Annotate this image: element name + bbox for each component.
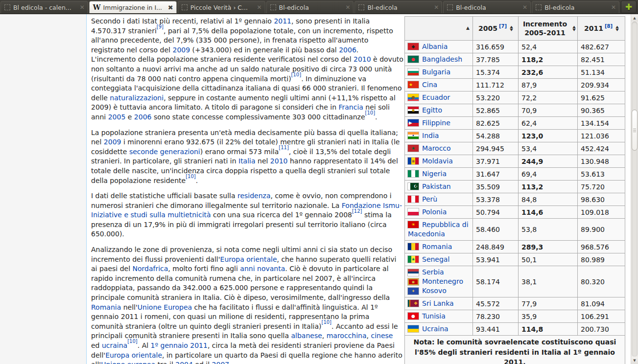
country-link[interactable]: Nigeria bbox=[422, 170, 447, 178]
tab-close-icon[interactable]: ✕ bbox=[80, 4, 85, 11]
reference-link[interactable]: [10] bbox=[365, 110, 376, 115]
tab-close-icon[interactable]: ✕ bbox=[611, 4, 616, 11]
reference-link[interactable]: [11] bbox=[279, 145, 289, 150]
cell-incremento: 114,8 bbox=[519, 323, 578, 336]
country-link[interactable]: Tunisia bbox=[422, 312, 446, 320]
reference-link[interactable]: [10] bbox=[321, 319, 331, 325]
wiki-link[interactable]: naturalizzazioni bbox=[110, 94, 164, 102]
wiki-link[interactable]: Nordafrica bbox=[132, 265, 168, 273]
cell-2005: 111.712 bbox=[473, 79, 519, 91]
country-link[interactable]: Egitto bbox=[422, 106, 442, 114]
wiki-link[interactable]: 2005 bbox=[108, 113, 126, 121]
country-link[interactable]: Ecuador bbox=[422, 93, 450, 101]
country-link[interactable]: India bbox=[422, 132, 439, 139]
country-link[interactable]: Perù bbox=[422, 195, 437, 203]
wiki-link[interactable]: Italia bbox=[238, 157, 256, 165]
country-link[interactable]: Romania bbox=[422, 243, 452, 250]
header-country[interactable]: ▲ bbox=[405, 17, 473, 41]
reference-link[interactable]: [10] bbox=[127, 339, 138, 344]
cell-country: Bulgaria bbox=[405, 66, 473, 79]
tab-close-icon[interactable]: ✕ bbox=[522, 4, 527, 11]
country-link[interactable]: Serbia bbox=[422, 268, 444, 277]
reference-link[interactable]: [9] bbox=[157, 24, 164, 29]
wiki-link[interactable]: Romania bbox=[91, 303, 121, 311]
reference-link[interactable]: [12] bbox=[352, 208, 362, 214]
tab[interactable]: Bl edicola - calen...✕ bbox=[0, 1, 88, 13]
wiki-link[interactable]: 2006 bbox=[339, 46, 356, 54]
country-link[interactable]: Moldavia bbox=[422, 157, 453, 165]
tab-close-icon[interactable]: ✖ bbox=[168, 4, 173, 11]
reference-sup: [10] bbox=[365, 110, 376, 115]
country-link[interactable]: Senegal bbox=[422, 255, 449, 263]
wiki-link[interactable]: 2011 bbox=[274, 17, 291, 25]
wiki-link[interactable]: Unione Europea bbox=[138, 303, 192, 311]
wiki-link[interactable]: 2010 bbox=[354, 55, 371, 63]
vertical-scrollbar[interactable]: ▲ ▼ bbox=[631, 14, 638, 364]
table-row: ❖Sri Lanka45.57277,981.094 bbox=[405, 297, 625, 310]
tab[interactable]: Piccole Verità › C...✕ bbox=[178, 1, 265, 13]
wiki-link[interactable]: 2006 bbox=[134, 113, 152, 121]
header-incremento[interactable]: Incremento 2005-2011 ▲▼ bbox=[519, 17, 578, 41]
scrollbar-track[interactable] bbox=[632, 22, 638, 357]
wiki-link[interactable]: anni novanta bbox=[240, 265, 285, 273]
reference-link[interactable]: [7] bbox=[499, 23, 507, 29]
wiki-link[interactable]: cinese bbox=[371, 332, 393, 340]
tab-active[interactable]: WImmigrazione in I...✖ bbox=[89, 1, 177, 13]
tab[interactable]: Bl-edicola✕ bbox=[354, 1, 442, 13]
flag-bulgaria-icon bbox=[408, 68, 419, 75]
wiki-link[interactable]: residenza bbox=[237, 192, 271, 200]
wiki-link[interactable]: 2010 bbox=[270, 157, 288, 165]
header-2005[interactable]: 2005[7] ▲▼ bbox=[473, 17, 519, 41]
flag-india-icon: • bbox=[408, 132, 419, 139]
flag-montenegro-icon: ▪ bbox=[408, 278, 419, 285]
tab-close-icon[interactable]: ✕ bbox=[257, 4, 262, 11]
country-link[interactable]: Kosovo bbox=[422, 286, 447, 296]
new-tab-button[interactable]: ✚ bbox=[621, 0, 637, 13]
country-entry: Nigeria bbox=[408, 170, 447, 178]
table-row: Bulgaria15.374232,651.134 bbox=[405, 66, 625, 79]
country-link[interactable]: Pakistan bbox=[422, 182, 451, 190]
country-link[interactable]: Filippine bbox=[422, 119, 450, 127]
wiki-link[interactable]: Europa orientale bbox=[105, 351, 162, 359]
wiki-link[interactable]: 1º gennaio 2011 bbox=[151, 341, 208, 349]
wiki-link[interactable]: 2009 bbox=[172, 46, 190, 54]
wiki-link[interactable]: 2007 bbox=[212, 361, 230, 364]
country-link[interactable]: Cina bbox=[422, 81, 437, 89]
tab[interactable]: Bl-edicola✕ bbox=[266, 1, 354, 13]
country-entry: •India bbox=[408, 132, 439, 139]
country-link[interactable]: Bangladesh bbox=[422, 55, 462, 63]
reference-link[interactable]: [10] bbox=[186, 174, 196, 179]
tab[interactable]: Bl-edicola✕ bbox=[532, 1, 619, 13]
wiki-link[interactable]: marocchina bbox=[327, 332, 367, 340]
tab-close-icon[interactable]: ✕ bbox=[434, 4, 439, 11]
sort-both-icon: ▲▼ bbox=[616, 25, 618, 31]
country-link[interactable]: Sri Lanka bbox=[422, 299, 454, 307]
wiki-link[interactable]: Unione europea bbox=[101, 361, 155, 364]
reference-link[interactable]: [10] bbox=[291, 72, 302, 77]
country-link[interactable]: Marocco bbox=[422, 144, 451, 152]
country-link[interactable]: Montenegro bbox=[422, 277, 463, 286]
cell-incremento: 72,2 bbox=[519, 91, 578, 104]
cell-incremento: 114,6 bbox=[519, 206, 578, 219]
scroll-up-arrow-icon[interactable]: ▲ bbox=[631, 14, 638, 22]
wiki-link[interactable]: 2004 bbox=[175, 361, 193, 364]
wiki-link[interactable]: ucraina bbox=[102, 341, 127, 349]
country-link[interactable]: Polonia bbox=[422, 208, 447, 216]
wiki-link[interactable]: Europa orientale bbox=[220, 255, 277, 263]
country-link[interactable]: Bulgaria bbox=[422, 68, 450, 76]
country-link[interactable]: Albania bbox=[422, 43, 448, 50]
header-2011[interactable]: 2011[8] ▲▼ bbox=[578, 17, 625, 41]
cell-country: ▪Egitto bbox=[405, 104, 473, 117]
reference-link[interactable]: [8] bbox=[605, 23, 613, 29]
scroll-down-arrow-icon[interactable]: ▼ bbox=[631, 357, 638, 364]
wiki-link[interactable]: 2009 bbox=[104, 138, 121, 146]
wiki-link[interactable]: albanese bbox=[291, 332, 322, 340]
tab[interactable]: Bl-edicola✕ bbox=[443, 1, 531, 13]
cell-2005: 52.865 bbox=[473, 104, 519, 117]
wiki-link[interactable]: seconde generazioni bbox=[129, 148, 200, 156]
tab-close-icon[interactable]: ✕ bbox=[345, 4, 350, 11]
country-link[interactable]: Ucraina bbox=[422, 325, 449, 333]
wiki-link[interactable]: Francia bbox=[339, 103, 363, 111]
scrollbar-thumb[interactable] bbox=[632, 110, 638, 151]
cell-2005: 58.174 bbox=[473, 266, 519, 297]
